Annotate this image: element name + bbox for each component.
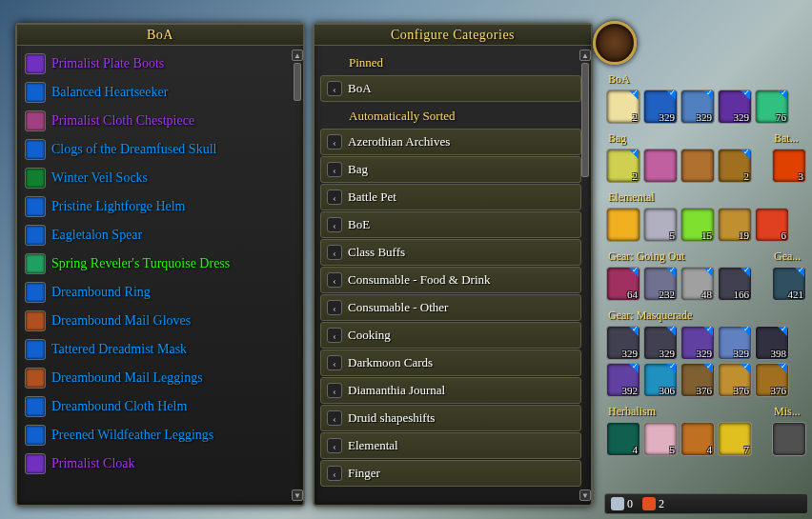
- inventory-slot[interactable]: 232: [643, 267, 678, 301]
- boa-scrollbar[interactable]: ▲ ▼: [294, 50, 301, 501]
- item-row[interactable]: Clogs of the Dreamfused Skull: [23, 135, 294, 164]
- pin-toggle-icon[interactable]: ‹: [327, 438, 342, 453]
- inventory-slot[interactable]: 5: [643, 422, 678, 456]
- pin-toggle-icon[interactable]: ‹: [327, 272, 342, 288]
- inventory-slot[interactable]: 3: [772, 149, 806, 183]
- item-row[interactable]: Dreambound Cloth Helm: [23, 392, 294, 421]
- currency-item[interactable]: 0: [611, 497, 633, 511]
- character-portrait[interactable]: [593, 21, 637, 65]
- pin-toggle-icon[interactable]: ‹: [327, 245, 342, 260]
- inventory-slot[interactable]: [680, 149, 715, 183]
- scroll-thumb[interactable]: [294, 63, 301, 101]
- item-row[interactable]: Winter Veil Socks: [23, 164, 294, 192]
- slot-row: 421: [770, 267, 808, 301]
- inventory-slot[interactable]: [606, 208, 640, 242]
- inventory-slot[interactable]: 329: [643, 90, 678, 124]
- pin-toggle-icon[interactable]: ‹: [327, 355, 342, 370]
- category-row[interactable]: ‹Consumable - Other: [320, 294, 581, 321]
- category-row[interactable]: ‹Darkmoon Cards: [320, 349, 581, 376]
- item-row[interactable]: Primalist Cloak: [23, 449, 294, 478]
- inventory-slot[interactable]: 4: [606, 422, 640, 456]
- inventory-slot[interactable]: 329: [643, 326, 678, 360]
- category-row[interactable]: ‹Diamanthia Journal: [320, 377, 581, 404]
- pin-toggle-icon[interactable]: ‹: [327, 190, 342, 205]
- inventory-slot[interactable]: 329: [718, 326, 752, 360]
- inventory-slot[interactable]: 376: [680, 363, 715, 397]
- inventory-slot[interactable]: [643, 149, 678, 183]
- scroll-up-icon[interactable]: ▲: [292, 50, 303, 61]
- category-row[interactable]: ‹Elemental: [320, 432, 581, 459]
- inventory-slot[interactable]: 329: [606, 326, 640, 360]
- inventory-slot[interactable]: 376: [718, 363, 752, 397]
- inventory-heading[interactable]: Bag: [604, 130, 764, 149]
- scroll-up-icon[interactable]: ▲: [579, 50, 591, 61]
- item-row[interactable]: Primalist Plate Boots: [23, 50, 294, 78]
- category-row[interactable]: ‹Cooking: [320, 322, 581, 349]
- inventory-slot[interactable]: 2: [718, 149, 752, 183]
- inventory-heading[interactable]: Bat...: [770, 130, 808, 149]
- inventory-slot[interactable]: 4: [680, 422, 715, 456]
- inventory-slot[interactable]: 421: [772, 267, 806, 301]
- item-row[interactable]: Dreambound Mail Leggings: [23, 364, 294, 392]
- category-row[interactable]: ‹Druid shapeshifts: [320, 405, 581, 431]
- inventory-slot[interactable]: 76: [755, 90, 789, 124]
- category-row[interactable]: ‹Consumable - Food & Drink: [320, 267, 581, 293]
- category-row[interactable]: ‹Bag: [320, 156, 581, 183]
- inventory-slot[interactable]: 64: [606, 267, 640, 301]
- item-row[interactable]: Balanced Heartseeker: [23, 78, 294, 107]
- category-row[interactable]: ‹Battle Pet: [320, 184, 581, 210]
- inventory-heading[interactable]: Gea...: [770, 248, 808, 267]
- inventory-slot[interactable]: 329: [680, 90, 715, 124]
- category-row[interactable]: ‹Class Buffs: [320, 239, 581, 266]
- inventory-slot[interactable]: 19: [718, 208, 752, 242]
- inventory-slot[interactable]: 2: [606, 90, 640, 124]
- inventory-heading[interactable]: Gear: Masquerade: [604, 307, 808, 326]
- category-row[interactable]: ‹Azerothian Archives: [320, 129, 581, 155]
- inventory-heading[interactable]: BoA: [604, 70, 808, 90]
- inventory-slot[interactable]: 7: [718, 422, 752, 456]
- inventory-heading[interactable]: Herbalism: [604, 403, 764, 422]
- category-row[interactable]: ‹Finger: [320, 460, 581, 487]
- item-row[interactable]: Tattered Dreadmist Mask: [23, 335, 294, 364]
- category-row[interactable]: ‹BoA: [320, 75, 581, 102]
- slot-count: 2: [744, 170, 750, 182]
- pin-toggle-icon[interactable]: ‹: [327, 300, 342, 315]
- inventory-heading[interactable]: Elemental: [604, 189, 808, 208]
- item-row[interactable]: Spring Reveler's Turquoise Dress: [23, 250, 294, 278]
- item-row[interactable]: Dreambound Mail Gloves: [23, 307, 294, 335]
- inventory-slot[interactable]: 15: [680, 208, 715, 242]
- category-row[interactable]: ‹BoE: [320, 211, 581, 238]
- scroll-down-icon[interactable]: ▼: [579, 489, 591, 501]
- scroll-down-icon[interactable]: ▼: [292, 489, 303, 501]
- currency-item[interactable]: 2: [642, 497, 664, 511]
- pin-toggle-icon[interactable]: ‹: [327, 217, 342, 232]
- inventory-heading[interactable]: Mis...: [770, 403, 808, 422]
- item-row[interactable]: Pristine Lightforge Helm: [23, 192, 294, 221]
- cfg-scrollbar[interactable]: ▲ ▼: [581, 50, 589, 501]
- pin-toggle-icon[interactable]: ‹: [327, 134, 342, 150]
- inventory-slot[interactable]: 48: [680, 267, 715, 301]
- scroll-thumb[interactable]: [581, 63, 589, 177]
- inventory-slot[interactable]: 6: [755, 208, 789, 242]
- pin-toggle-icon[interactable]: ‹: [327, 466, 342, 481]
- inventory-slot[interactable]: 2: [606, 149, 640, 183]
- inventory-slot[interactable]: 5: [643, 208, 678, 242]
- item-row[interactable]: Primalist Cloth Chestpiece: [23, 107, 294, 135]
- inventory-slot[interactable]: [772, 422, 806, 456]
- pin-toggle-icon[interactable]: ‹: [327, 410, 342, 426]
- inventory-slot[interactable]: 329: [680, 326, 715, 360]
- pin-toggle-icon[interactable]: ‹: [327, 162, 342, 177]
- inventory-heading[interactable]: Gear: Going Out: [604, 248, 764, 267]
- inventory-slot[interactable]: 166: [718, 267, 752, 301]
- inventory-slot[interactable]: 376: [755, 363, 789, 397]
- inventory-slot[interactable]: 392: [606, 363, 640, 397]
- item-row[interactable]: Preened Wildfeather Leggings: [23, 421, 294, 449]
- item-row[interactable]: Dreambound Ring: [23, 278, 294, 307]
- pin-toggle-icon[interactable]: ‹: [327, 328, 342, 343]
- inventory-slot[interactable]: 398: [755, 326, 789, 360]
- pin-toggle-icon[interactable]: ‹: [327, 81, 342, 96]
- inventory-slot[interactable]: 306: [643, 363, 678, 397]
- item-row[interactable]: Eagletalon Spear: [23, 221, 294, 250]
- pin-toggle-icon[interactable]: ‹: [327, 383, 342, 398]
- inventory-slot[interactable]: 329: [718, 90, 752, 124]
